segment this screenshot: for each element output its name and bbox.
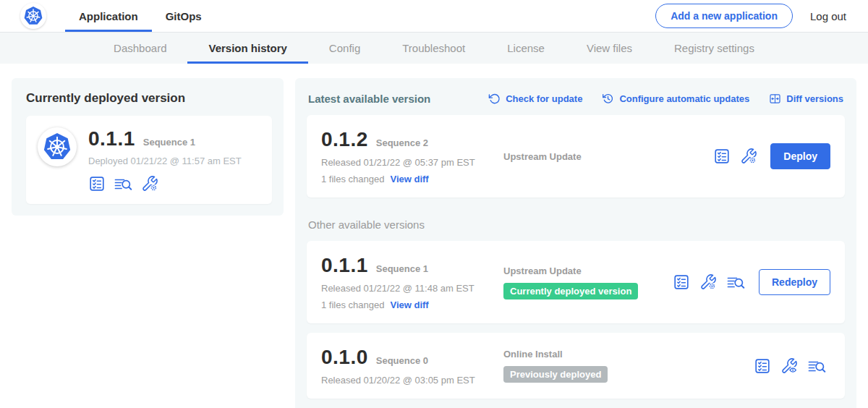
configure-automatic-updates-label: Configure automatic updates (619, 93, 749, 104)
app-header: Application GitOps Add a new application… (0, 0, 868, 33)
deployed-sequence-label: Sequence 1 (143, 137, 195, 148)
section-nav: Dashboard Version history Config Trouble… (0, 33, 868, 64)
version-source-label: Upstream Update (503, 265, 673, 276)
tab-view-files[interactable]: View files (566, 33, 653, 64)
previously-deployed-badge: Previously deployed (503, 366, 608, 383)
deploy-logs-icon[interactable] (114, 175, 133, 192)
check-for-update-link[interactable]: Check for update (488, 93, 582, 105)
latest-version-title: Latest available version (308, 93, 430, 105)
version-source-label: Upstream Update (503, 151, 713, 162)
preflight-checklist-icon[interactable] (673, 273, 690, 291)
app-tabs: Application GitOps (65, 0, 216, 32)
deploy-logs-icon[interactable] (726, 273, 746, 291)
sequence-label: Sequence 2 (376, 137, 428, 148)
version-number: 0.1.2 (321, 128, 368, 151)
config-wrench-gear-icon[interactable] (699, 273, 717, 291)
currently-deployed-title: Currently deployed version (26, 91, 272, 106)
version-history-panel: Latest available version Check for updat… (295, 78, 856, 408)
sequence-label: Sequence 0 (376, 355, 428, 366)
config-wrench-gear-icon[interactable] (141, 175, 158, 192)
deployed-timestamp: Deployed 01/21/22 @ 11:57 am EST (88, 156, 242, 166)
tab-gitops[interactable]: GitOps (152, 0, 216, 32)
add-application-button[interactable]: Add a new application (655, 4, 793, 28)
version-row-0-1-2: 0.1.2 Sequence 2 Released 01/21/22 @ 05:… (307, 115, 845, 197)
main-content: Currently deployed version 0.1.1 Sequenc… (0, 64, 868, 408)
sequence-label: Sequence 1 (376, 263, 428, 274)
kubernetes-helm-icon (41, 131, 73, 163)
diff-versions-label: Diff versions (786, 93, 843, 104)
config-wrench-gear-icon[interactable] (740, 148, 757, 165)
version-row-0-1-0: 0.1.0 Sequence 0 Released 01/20/22 @ 03:… (307, 333, 845, 399)
refresh-icon (488, 93, 501, 105)
tab-application[interactable]: Application (65, 0, 152, 32)
version-number: 0.1.0 (321, 346, 368, 369)
version-number: 0.1.1 (321, 254, 368, 277)
tab-license[interactable]: License (486, 33, 566, 64)
view-diff-link[interactable]: View diff (390, 174, 428, 184)
preflight-checklist-icon[interactable] (88, 175, 106, 192)
currently-deployed-badge: Currently deployed version (503, 283, 638, 299)
deployed-version-card: 0.1.1 Sequence 1 Deployed 01/21/22 @ 11:… (26, 116, 272, 204)
check-for-update-label: Check for update (506, 93, 582, 104)
released-timestamp: Released 01/21/22 @ 11:48 am EST (321, 283, 503, 294)
released-timestamp: Released 01/20/22 @ 03:05 pm EST (321, 375, 503, 386)
deploy-logs-icon[interactable] (807, 357, 827, 375)
deployed-version-number: 0.1.1 (88, 127, 135, 150)
version-source-label: Online Install (503, 349, 754, 360)
version-actions: Check for update Configure automatic upd… (488, 93, 843, 105)
diff-versions-icon (769, 93, 781, 105)
tab-version-history[interactable]: Version history (187, 33, 307, 64)
tab-dashboard[interactable]: Dashboard (93, 33, 187, 64)
kubernetes-logo (20, 3, 46, 29)
configure-automatic-updates-link[interactable]: Configure automatic updates (602, 93, 749, 105)
redeploy-button[interactable]: Redeploy (759, 269, 830, 295)
other-versions-title: Other available versions (307, 218, 845, 231)
currently-deployed-panel: Currently deployed version 0.1.1 Sequenc… (12, 78, 284, 216)
schedule-update-icon (602, 93, 614, 105)
preflight-checklist-icon[interactable] (713, 148, 731, 165)
files-changed-label: 1 files changed (321, 174, 384, 184)
released-timestamp: Released 01/21/22 @ 05:37 pm EST (321, 157, 503, 168)
diff-versions-link[interactable]: Diff versions (769, 93, 843, 105)
deploy-button[interactable]: Deploy (770, 143, 830, 169)
config-wrench-eye-icon[interactable] (780, 357, 798, 375)
tab-config[interactable]: Config (308, 33, 381, 64)
files-changed-label: 1 files changed (321, 299, 384, 310)
app-logo (38, 127, 77, 166)
tab-troubleshoot[interactable]: Troubleshoot (381, 33, 486, 64)
logout-link[interactable]: Log out (810, 10, 846, 22)
tab-registry-settings[interactable]: Registry settings (653, 33, 775, 64)
kubernetes-helm-icon (22, 5, 44, 27)
view-diff-link[interactable]: View diff (390, 299, 428, 310)
version-row-0-1-1: 0.1.1 Sequence 1 Released 01/21/22 @ 11:… (307, 241, 845, 323)
preflight-checklist-icon[interactable] (754, 357, 771, 375)
